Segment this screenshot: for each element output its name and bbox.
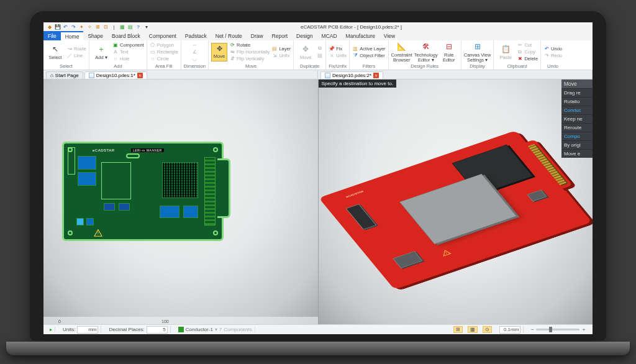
technology-editor[interactable]: 🛠Technology Editor ▾: [414, 41, 438, 62]
menu-tab-board-block[interactable]: Board Block: [107, 31, 145, 40]
doc-tab-label: Start Page: [55, 73, 79, 78]
move-panel-row-3[interactable]: Keep ne: [561, 114, 593, 123]
delete[interactable]: ✖Delete: [517, 56, 538, 62]
pcb-2d[interactable]: eCADSTAR LERi-m WANNER !: [62, 142, 224, 241]
menu-tab-mcad[interactable]: MCAD: [317, 31, 342, 40]
help-icon[interactable]: ?: [135, 24, 142, 30]
menu-tab-view[interactable]: View: [379, 31, 399, 40]
rotate[interactable]: ⟳Rotate: [229, 42, 270, 48]
home-icon: ⌂: [50, 73, 53, 78]
div-icon[interactable]: |: [111, 24, 117, 30]
text-icon: A: [112, 49, 119, 55]
ribbon-group-duplicate: ✥ Move ⧉ ▤ Duplicate: [294, 40, 326, 70]
document-icon: [89, 73, 94, 78]
menu-tab-net-route[interactable]: Net / Route: [211, 31, 247, 40]
undo-icon[interactable]: ↶: [62, 24, 69, 30]
add-component[interactable]: ▣Component: [112, 42, 144, 48]
add-button[interactable]: ＋ Add ▾: [92, 43, 111, 60]
drop-icon[interactable]: ▾: [143, 24, 150, 30]
status-snap2[interactable]: ▦: [468, 326, 478, 333]
start-page[interactable]: ⌂Start Page: [46, 71, 83, 79]
status-zoom[interactable]: 0.1mm: [497, 326, 524, 334]
move-panel-row-6[interactable]: By origi: [561, 140, 593, 149]
app-title: eCADSTAR PCB Editor - [ Design10.pdes:2*…: [152, 24, 551, 30]
status-dp[interactable]: Decimal Places: 5: [106, 326, 170, 334]
zoom-in-icon: ＋: [581, 326, 586, 333]
dp-value[interactable]: 5: [147, 326, 168, 334]
status-snap3[interactable]: ⊙: [483, 326, 492, 333]
select-button[interactable]: ↖ Select: [46, 43, 65, 60]
snap2-icon[interactable]: ✧: [86, 24, 93, 30]
delete-icon: ✖: [517, 56, 523, 62]
win1-icon[interactable]: ▦: [119, 24, 125, 30]
move-panel-row-1[interactable]: Rotatio: [561, 97, 593, 106]
menu-tab-shape[interactable]: Shape: [83, 31, 107, 40]
ribbon-group-move: ✥ Move ⟳Rotate ⇋Flip Horizontally ⇵Flip …: [209, 40, 294, 70]
design1[interactable]: Design10.pdes:1*×: [84, 71, 147, 79]
filter-icon: ⧩: [352, 52, 358, 58]
close-icon[interactable]: ×: [373, 73, 379, 78]
pane-2d[interactable]: eCADSTAR LERi-m WANNER !: [43, 80, 319, 324]
rule-editor[interactable]: ⊟Rule Editor: [440, 41, 458, 62]
menu-tab-home[interactable]: Home: [61, 31, 84, 40]
flip-h: ⇋Flip Horizontally: [229, 49, 270, 55]
warning-icon: !: [94, 228, 102, 235]
unfix: ⤫Unfix: [329, 52, 347, 58]
app-icon[interactable]: ◆: [46, 24, 53, 30]
menu-tab-padstack[interactable]: Padstack: [181, 31, 211, 40]
object-filter[interactable]: ⧩Object Filter: [352, 52, 385, 58]
move-layer[interactable]: ▤Layer: [271, 45, 291, 52]
move-panel-row-4[interactable]: Reroute: [561, 123, 593, 132]
status-snap1[interactable]: ⊞: [453, 326, 463, 333]
move-panel-row-0[interactable]: Drag re: [561, 88, 593, 97]
paste: 📋Paste: [496, 43, 515, 60]
move-panel-row-5[interactable]: Compo: [561, 132, 593, 140]
menu-tab-design[interactable]: Design: [292, 31, 317, 40]
snap4-icon[interactable]: ⊡: [102, 24, 109, 30]
circle-icon: ○: [150, 56, 156, 62]
undo[interactable]: ↶Undo: [543, 45, 562, 52]
design2[interactable]: Design10.pdes:2*×: [320, 71, 383, 79]
titlebar: ◆💾↶↷✦✧⊞⊡|▦▤?▾ eCADSTAR PCB Editor - [ De…: [43, 22, 593, 31]
save-icon[interactable]: 💾: [54, 24, 61, 30]
move-panel[interactable]: Move Drag reRotatioConducKeep neRerouteC…: [561, 80, 593, 158]
fix[interactable]: 📌Fix: [329, 45, 347, 52]
file-menu[interactable]: File: [43, 31, 61, 40]
redo-icon[interactable]: ↷: [70, 24, 77, 30]
flag-icon: ▸: [50, 327, 52, 332]
status-layer[interactable]: Conductor-1 ▾ 7 Components: [176, 327, 255, 332]
doc-tabs: ⌂Start PageDesign10.pdes:1*× Design10.pd…: [43, 70, 593, 80]
move-panel-row-2[interactable]: Conduc: [561, 106, 593, 114]
menu-tab-draw[interactable]: Draw: [247, 31, 268, 40]
ribbon-group-select: ↖ Select ↝Route ／Line Select: [43, 40, 89, 70]
doc-tab-label: Design10.pdes:2*: [332, 73, 371, 78]
fill-rectangle: ▭Rectangle: [150, 49, 178, 55]
doc-tab-label: Design10.pdes:1*: [96, 73, 135, 78]
active-layer[interactable]: ▥Active Layer: [352, 45, 385, 52]
menu-tab-report[interactable]: Report: [268, 31, 293, 40]
snap1-icon[interactable]: ✦: [78, 24, 85, 30]
win2-icon[interactable]: ▤: [127, 24, 134, 30]
select-route: ↝Route: [66, 45, 86, 52]
redo: ↷Redo: [543, 52, 562, 58]
snap3-icon[interactable]: ⊞: [94, 24, 101, 30]
dim-linear: ↔: [191, 42, 198, 48]
copy-btn: ⧉Copy: [517, 49, 538, 55]
status-units[interactable]: Units: mm: [60, 326, 101, 334]
menu-tab-component[interactable]: Component: [145, 31, 181, 40]
move-panel-row-7[interactable]: Move e: [561, 149, 593, 158]
units-value[interactable]: mm: [77, 326, 98, 334]
close-icon[interactable]: ×: [137, 73, 143, 78]
status-flag: ▸: [47, 327, 55, 332]
move-button[interactable]: ✥ Move: [211, 43, 227, 61]
ribbon-group-filters: ▥Active Layer ⧩Object Filter Filters: [350, 40, 388, 70]
menu-tab-manufacture[interactable]: Manufacture: [342, 31, 379, 40]
pane-3d[interactable]: Specify a destination to move to. eCADST…: [319, 80, 593, 324]
select-line: ／Line: [66, 52, 86, 58]
move-panel-title[interactable]: Move: [561, 80, 593, 88]
constraint-browser[interactable]: 📐Constraint Browser: [391, 41, 412, 62]
canvas-view-settings[interactable]: ⊞Canvas View Settings ▾: [464, 41, 491, 62]
zoom-slider[interactable]: − ＋: [529, 326, 589, 333]
brand-silk: eCADSTAR: [93, 148, 115, 152]
activelayer-icon: ▥: [352, 45, 358, 52]
